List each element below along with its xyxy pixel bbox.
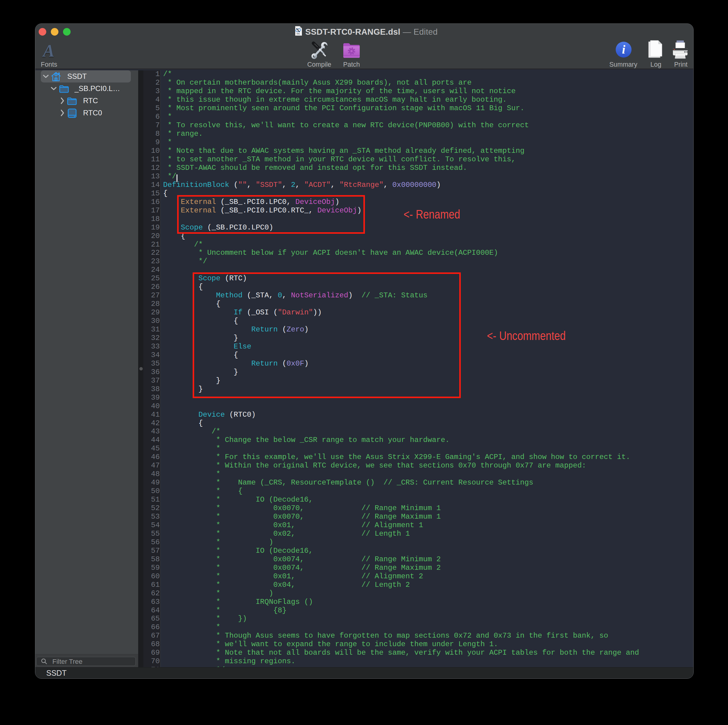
svg-text:i: i (622, 43, 625, 56)
svg-text:DSL: DSL (297, 33, 300, 35)
